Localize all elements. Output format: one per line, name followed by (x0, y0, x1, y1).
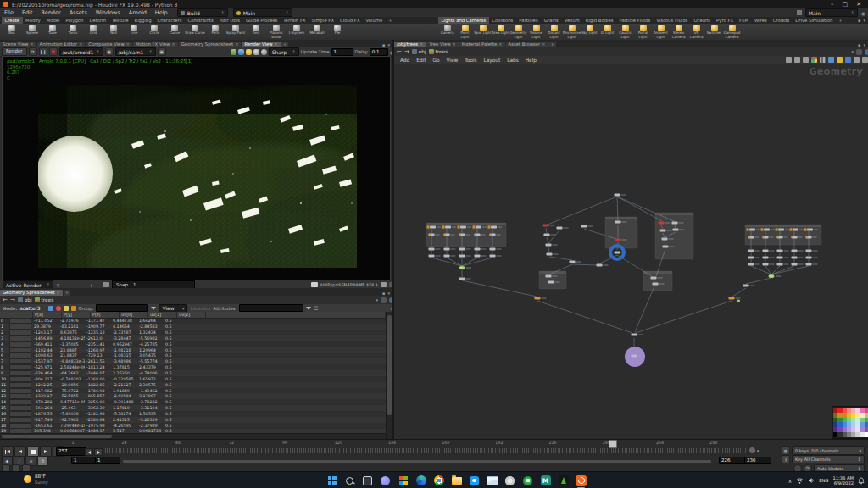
node-label[interactable] (550, 225, 555, 226)
shelf-tool-gi-light[interactable]: GI Light (598, 24, 616, 39)
pencil-icon[interactable] (837, 57, 843, 63)
node-body[interactable] (491, 225, 497, 228)
column-header-uv-0-[interactable]: uv[0] (120, 312, 148, 318)
view-image-icon[interactable] (238, 49, 244, 55)
pause-render-icon[interactable]: ❙❙ (39, 47, 47, 56)
sop-node[interactable] (672, 221, 678, 224)
shelf-tool-volume-light[interactable]: Volume Light (527, 24, 545, 39)
shelf-tab-pyro-fx[interactable]: Pyro FX (714, 17, 737, 24)
shelf-tool-draw-curve[interactable]: Draw Curve (185, 24, 205, 39)
node-label[interactable] (785, 229, 789, 230)
error-node[interactable] (659, 221, 665, 224)
sop-node[interactable] (475, 254, 481, 257)
taskbar-icon-chrome[interactable] (432, 474, 445, 487)
jump-icon[interactable] (845, 57, 851, 63)
pin-icon[interactable] (856, 49, 862, 55)
key-all-select[interactable]: Key All Channels↕ (792, 455, 865, 463)
sop-node[interactable] (763, 263, 769, 265)
shelf-tab-volume[interactable]: Volume (363, 17, 386, 24)
shelf-tab-overflow[interactable]: ▪▾ (855, 17, 868, 24)
table-row[interactable]: 11-1242.25-28.0856-1822.85-2.211272.3857… (0, 382, 386, 388)
path-dropdown-icon[interactable]: ▾ (376, 297, 378, 302)
netmenu-view[interactable]: View (443, 58, 462, 63)
color-palette-icon[interactable] (811, 57, 817, 63)
sop-node[interactable] (777, 249, 783, 252)
wrench-icon[interactable] (786, 57, 792, 63)
node-label[interactable] (451, 255, 456, 257)
sop-node[interactable] (429, 254, 435, 257)
table-row[interactable]: 0-711.052-2.71976-1171.470.4447381.64264… (0, 319, 386, 324)
speaker-icon[interactable] (808, 477, 815, 484)
sampling-select[interactable]: Sharp↕ (269, 47, 299, 56)
shelf-tool-box[interactable]: Box (2, 24, 22, 39)
node-body[interactable] (793, 228, 798, 230)
table-row[interactable]: 129.3879-83.2181-1909.774.14654-2.845830… (0, 324, 386, 330)
sop-node[interactable] (570, 260, 576, 263)
column-header-P-y-[interactable]: P[y] (62, 312, 91, 318)
table-row[interactable]: 17-317.749-92.5983-2380.642.41325-3.2832… (0, 417, 386, 423)
page-icon[interactable] (862, 57, 868, 63)
node-label[interactable] (604, 264, 609, 266)
pin-icon[interactable] (381, 297, 387, 303)
shelf-tool-point-light[interactable]: Point Light (456, 24, 474, 39)
shelf-tool-camera[interactable]: Camera (438, 24, 456, 39)
column-header-uv-1-[interactable]: uv[1] (148, 312, 177, 318)
node-label[interactable] (755, 257, 760, 258)
group-input[interactable] (96, 304, 148, 312)
table-row[interactable]: 18-1653.617.39744e-10-1975.98-4.26595-2.… (0, 423, 386, 429)
breadcrumb-obj[interactable]: obj (412, 49, 426, 54)
sop-node[interactable] (651, 276, 657, 279)
sop-node[interactable] (748, 256, 754, 258)
network-box-1[interactable] (605, 217, 637, 248)
node-label[interactable] (452, 226, 456, 228)
node-label[interactable] (750, 285, 755, 286)
shelf-tab-characters[interactable]: Characters (154, 17, 185, 24)
shelf-tool-file[interactable]: File (327, 24, 348, 39)
sop-node[interactable] (743, 284, 749, 286)
node-label[interactable] (553, 244, 558, 246)
node-wire[interactable] (462, 280, 537, 297)
row-handle[interactable] (9, 417, 31, 423)
node-label[interactable] (799, 229, 804, 230)
netmenu-tools[interactable]: Tools (461, 58, 480, 63)
node-wire[interactable] (572, 264, 598, 265)
node-wire[interactable] (548, 247, 549, 252)
node-label[interactable] (813, 257, 818, 258)
sop-node[interactable] (777, 263, 783, 265)
node-label[interactable] (665, 222, 670, 224)
shelf-tool-grid[interactable]: Grid (83, 24, 103, 39)
shelf-tool-spray-paint[interactable]: Spray Paint (225, 24, 246, 39)
node-label[interactable] (466, 255, 471, 257)
node-label[interactable] (770, 236, 774, 238)
shelf-tool-distant-light[interactable]: Distant Light (545, 24, 563, 39)
node-label[interactable] (736, 297, 741, 299)
node-wire[interactable] (636, 301, 732, 333)
node-color-palette[interactable] (832, 406, 868, 439)
tab-material-palette[interactable]: Material Palette✕ (459, 42, 505, 47)
node-flag[interactable] (429, 234, 431, 236)
close-tab-icon[interactable]: ✕ (79, 42, 82, 47)
table-row[interactable]: 8-525.9712.58244e-06-1813.241.378152.433… (0, 364, 386, 370)
node-body[interactable] (764, 228, 770, 230)
node-label[interactable] (497, 234, 501, 236)
node-label[interactable] (481, 248, 487, 250)
netmenu-layout[interactable]: Layout (481, 58, 504, 63)
shelf-tool-l-system[interactable]: L-System (287, 24, 307, 39)
node-wire[interactable] (635, 286, 654, 332)
sop-node[interactable] (792, 256, 798, 258)
row-handle[interactable] (9, 341, 31, 347)
tab-tree-view[interactable]: Tree View✕ (426, 42, 459, 47)
sop-node[interactable] (748, 249, 754, 252)
network-box-3[interactable] (539, 271, 566, 289)
node-label[interactable] (755, 263, 760, 265)
taskbar-icon-start[interactable] (326, 474, 338, 487)
delete-render-icon[interactable]: ✕ (56, 282, 60, 288)
node-label[interactable] (553, 275, 558, 277)
netmenu-labs[interactable]: Labs (504, 58, 521, 63)
node-wire[interactable] (537, 301, 632, 333)
breadcrumb-obj[interactable]: obj (18, 297, 32, 302)
playback-end-field[interactable]: 226 (719, 457, 746, 464)
merge-node[interactable] (769, 274, 775, 278)
node-label[interactable] (481, 255, 487, 257)
node-label[interactable] (588, 225, 593, 227)
